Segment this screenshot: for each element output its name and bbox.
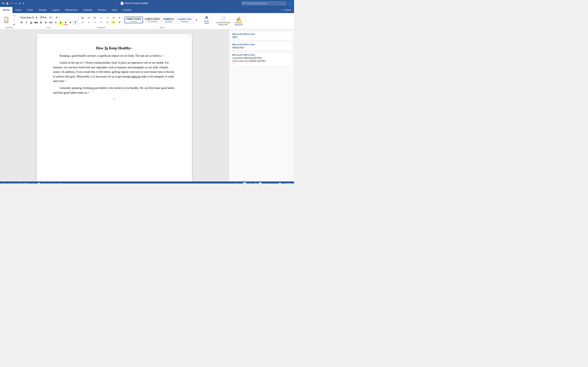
decrease-font-btn[interactable]: A⁻	[54, 15, 60, 20]
draft-view-icon[interactable]: 📝	[258, 182, 263, 184]
increase-indent-btn[interactable]: ⇥	[104, 16, 110, 20]
shading-btn[interactable]: A	[111, 20, 116, 24]
superscript-button[interactable]: X²	[44, 20, 48, 25]
para-mark-3: ↵	[88, 91, 90, 94]
search-input[interactable]	[247, 2, 284, 4]
save-icon[interactable]: 💾	[6, 2, 9, 5]
print-layout-icon[interactable]: 📄	[242, 182, 247, 184]
tab-insert[interactable]: Insert	[12, 7, 24, 13]
font-size-value: 四号	[40, 16, 45, 19]
undo-icon[interactable]: ↩	[10, 2, 13, 5]
tab-draw[interactable]: Draw	[24, 7, 36, 13]
align-right-btn[interactable]: ≡	[92, 20, 98, 24]
create-share-pdf-btn[interactable]: 📄 Create and ShareAdobe PDF	[214, 15, 232, 27]
tab-mailings[interactable]: Mailings	[80, 7, 95, 13]
clear-format-btn[interactable]: A↺	[49, 20, 53, 25]
font-name-value: Times New R...	[20, 16, 35, 19]
highlight-btn[interactable]: A	[58, 20, 63, 25]
comments-panel: Microsoft Office User 菠萝↵ Microsoft Offi…	[229, 30, 294, 182]
style-normal-name: Normal	[126, 20, 141, 22]
tab-home[interactable]: Home	[0, 7, 12, 13]
size-dropdown-icon: ▼	[45, 16, 47, 19]
zoom-level[interactable]: 167%	[286, 183, 292, 184]
print-icon[interactable]: 🖨	[18, 2, 21, 5]
empty-para: ↵	[53, 98, 176, 100]
more-icon[interactable]: ▼	[22, 2, 25, 5]
justify-btn[interactable]: ≡	[98, 20, 104, 24]
style-heading1[interactable]: AaBbCc Heading 1	[162, 17, 176, 23]
style-heading2[interactable]: AaBbCcDo Heading 2	[176, 17, 193, 23]
align-row: ≡ ≡ ≡ ≡ ↕≡ A ⊞	[80, 20, 122, 24]
doc-icon: 📄	[120, 2, 124, 5]
border-btn[interactable]: ⊞	[117, 20, 122, 24]
format-painter-button[interactable]: 🖌	[11, 22, 17, 26]
char-shading-btn[interactable]: A	[68, 20, 73, 25]
spell-check-icon[interactable]: 📝	[38, 183, 41, 184]
document-page: How To Keep Healthy↵ Keeping a good heal…	[37, 34, 192, 182]
bullets-btn[interactable]: ☰▸	[80, 16, 86, 20]
underline-button[interactable]: U	[29, 20, 34, 25]
font-dropdown-icon: ▼	[35, 16, 38, 19]
styles-more-btn[interactable]: ▼	[194, 18, 199, 22]
search-box[interactable]: 🔍	[241, 1, 286, 5]
redo-icon[interactable]: ↪	[14, 2, 17, 5]
italic-button[interactable]: I	[24, 20, 29, 25]
page-info[interactable]: Page 1 of 4	[2, 183, 14, 184]
styles-pane-button[interactable]: A StylesPane	[201, 14, 212, 25]
sort-btn[interactable]: ↕A	[111, 16, 116, 20]
text-effects-btn[interactable]: A	[53, 20, 58, 25]
bold-button[interactable]: B	[19, 20, 24, 25]
char-border-btn[interactable]: A	[73, 20, 78, 25]
multilevel-btn[interactable]: ¶≡	[92, 16, 98, 20]
styles-pane-icon: A	[205, 15, 208, 20]
window-icons: W 💾 ↩ ↪ 🖨 ▼	[2, 2, 25, 5]
line-spacing-btn[interactable]: ↕≡	[104, 20, 110, 24]
align-left-btn[interactable]: ≡	[80, 20, 86, 24]
tab-design[interactable]: Design	[36, 7, 49, 13]
web-layout-icon[interactable]: 🌐	[248, 182, 252, 184]
language-info[interactable]: English (United States)	[44, 183, 67, 184]
copy-button[interactable]: 📄	[11, 18, 17, 22]
align-center-btn[interactable]: ≡	[86, 20, 92, 24]
tab-view[interactable]: View	[109, 7, 120, 13]
font-name-row: Times New R... ▼ 四号 ▼ A⁺ A⁻	[19, 15, 60, 20]
subscript-button[interactable]: X₂	[39, 20, 43, 25]
tab-layout[interactable]: Layout	[49, 7, 62, 13]
zoom-out-btn[interactable]: −	[264, 183, 266, 184]
focus-mode[interactable]: Focus	[234, 183, 241, 184]
tab-acrobat[interactable]: Acrobat	[120, 7, 134, 13]
comment-3-author: Microsoft Office User	[232, 54, 291, 56]
para-mark-title: ↵	[131, 47, 133, 50]
increase-font-btn[interactable]: A⁺	[48, 15, 54, 20]
font-size-selector[interactable]: 四号 ▼	[39, 16, 48, 19]
cut-button[interactable]: ✂	[11, 14, 17, 18]
style-no-spacing[interactable]: AaBbCcDdEe No Spacing	[143, 17, 161, 23]
create-pdf-label: Create and ShareAdobe PDF	[216, 22, 230, 26]
account-icon[interactable]: 👤	[288, 1, 292, 6]
strikethrough-button[interactable]: abc	[34, 20, 38, 25]
paragraph-group: ☰▸ 1≡ ¶≡ ⇤ ⇥ ↕A ¶ ≡ ≡ ≡ ≡ ↕≡ A ⊞	[79, 13, 123, 29]
comment-3-text: meanwhile 指的是这段时间内	[232, 57, 291, 59]
request-signatures-btn[interactable]: ✍ RequestSignatures	[233, 15, 245, 27]
title-underlined: To	[104, 46, 108, 50]
numbering-btn[interactable]: 1≡	[86, 16, 92, 20]
tab-references[interactable]: References	[62, 7, 80, 13]
page-corner-tl	[38, 35, 42, 39]
outline-view-icon[interactable]: ☰	[253, 182, 257, 184]
decrease-indent-btn[interactable]: ⇤	[98, 16, 104, 20]
tab-review[interactable]: Review	[95, 7, 109, 13]
para-mark-2: ↵	[65, 80, 67, 83]
paste-button[interactable]: 📋 Paste	[2, 14, 11, 26]
style-normal[interactable]: AaBbCcDdEe Normal	[125, 17, 143, 23]
zoom-slider-thumb[interactable]	[279, 183, 281, 184]
document-area[interactable]: How To Keep Healthy↵ Keeping a good heal…	[0, 30, 229, 182]
font-color-btn[interactable]: A	[63, 20, 68, 25]
comment-3: Microsoft Office User meanwhile 指的是这段时间内…	[231, 52, 292, 67]
share-button[interactable]: 👤+ Share	[277, 7, 294, 13]
show-marks-btn[interactable]: ¶	[117, 16, 122, 20]
document-title: How To Keep Healthy	[125, 2, 148, 5]
font-name-selector[interactable]: Times New R... ▼	[19, 16, 39, 19]
zoom-in-btn[interactable]: +	[284, 183, 285, 184]
paste-icon: 📋	[3, 17, 9, 21]
word-count[interactable]: 147 of 877 words	[17, 183, 34, 184]
